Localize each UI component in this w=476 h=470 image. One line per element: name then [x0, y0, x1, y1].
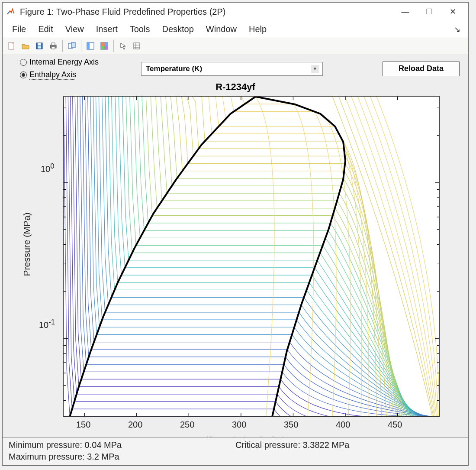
insert-table-icon[interactable]	[130, 39, 143, 52]
x-tick: 300	[232, 420, 246, 430]
dock-icon[interactable]	[65, 39, 78, 52]
svg-rect-16	[134, 43, 140, 49]
print-icon[interactable]	[47, 39, 60, 52]
svg-rect-13	[104, 42, 108, 46]
dropdown-value: Temperature (K)	[146, 65, 202, 73]
menu-tools[interactable]: Tools	[125, 23, 155, 35]
cursor-icon[interactable]	[116, 39, 129, 52]
x-tick: 400	[336, 420, 350, 430]
y-axis-label: Pressure (MPa)	[22, 212, 32, 276]
contour-variable-select[interactable]: Temperature (K) ▾	[141, 62, 323, 76]
axes[interactable]	[63, 96, 440, 417]
open-icon[interactable]	[19, 39, 32, 52]
new-icon[interactable]	[5, 39, 18, 52]
svg-rect-10	[87, 42, 90, 49]
y-tick: 10-1	[39, 318, 55, 330]
menu-help[interactable]: Help	[244, 23, 272, 35]
menu-edit[interactable]: Edit	[33, 23, 58, 35]
radio-label: Internal Energy Axis	[29, 58, 99, 67]
menu-insert[interactable]: Insert	[91, 23, 123, 35]
controls-row: Internal Energy Axis Enthalpy Axis Tempe…	[3, 54, 468, 80]
quadrants-icon[interactable]	[98, 39, 111, 52]
radio-internal-energy[interactable]: Internal Energy Axis	[20, 58, 132, 67]
close-button[interactable]: ✕	[441, 3, 465, 21]
svg-rect-3	[38, 46, 41, 49]
radio-label: Enthalpy Axis	[29, 70, 76, 80]
critical-pressure-label: Critical pressure: 3.3822 MPa	[235, 440, 462, 450]
tile-left-icon[interactable]	[84, 39, 97, 52]
radio-icon	[20, 59, 27, 66]
minimize-button[interactable]: —	[393, 3, 417, 21]
x-tick: 200	[128, 420, 142, 430]
svg-rect-14	[101, 46, 104, 49]
chevron-down-icon: ▾	[311, 65, 319, 73]
menubar: File Edit View Insert Tools Desktop Wind…	[3, 21, 468, 38]
chart-title: R-1234yf	[3, 81, 468, 93]
svg-rect-15	[104, 46, 108, 49]
menu-file[interactable]: File	[7, 23, 31, 35]
titlebar: Figure 1: Two-Phase Fluid Predefined Pro…	[3, 3, 468, 21]
svg-rect-2	[38, 43, 41, 45]
svg-rect-6	[51, 47, 55, 49]
axis-radio-group: Internal Energy Axis Enthalpy Axis	[20, 58, 132, 80]
x-tick: 250	[180, 420, 194, 430]
y-tick: 100	[41, 162, 55, 174]
matlab-icon	[6, 7, 16, 16]
menu-view[interactable]: View	[60, 23, 89, 35]
max-pressure-label: Maximum pressure: 3.2 MPa	[9, 452, 235, 462]
x-tick: 350	[284, 420, 298, 430]
svg-rect-8	[71, 42, 75, 48]
menu-desktop[interactable]: Desktop	[157, 23, 199, 35]
svg-rect-12	[101, 42, 104, 46]
radio-icon	[20, 71, 27, 78]
toolbar	[3, 38, 468, 54]
min-pressure-label: Minimum pressure: 0.04 MPa	[9, 440, 235, 450]
plot-svg	[64, 97, 439, 416]
statusbar: Minimum pressure: 0.04 MPa Critical pres…	[3, 437, 468, 465]
x-tick: 150	[76, 420, 90, 430]
x-tick: 450	[388, 420, 402, 430]
x-axis-label: Specific Enthalpy (kJ/kg)	[3, 435, 468, 437]
maximize-button[interactable]: ☐	[417, 3, 441, 21]
window-title: Figure 1: Two-Phase Fluid Predefined Pro…	[20, 7, 393, 17]
save-icon[interactable]	[33, 39, 46, 52]
menu-window[interactable]: Window	[201, 23, 242, 35]
figure-window: Figure 1: Two-Phase Fluid Predefined Pro…	[2, 2, 469, 466]
undock-icon[interactable]: ↘	[454, 25, 464, 34]
figure-area: R-1234yf Pressure (MPa) Specific Enthalp…	[3, 80, 468, 437]
reload-data-button[interactable]: Reload Data	[383, 62, 460, 76]
radio-enthalpy[interactable]: Enthalpy Axis	[20, 70, 132, 80]
svg-rect-5	[51, 43, 55, 45]
